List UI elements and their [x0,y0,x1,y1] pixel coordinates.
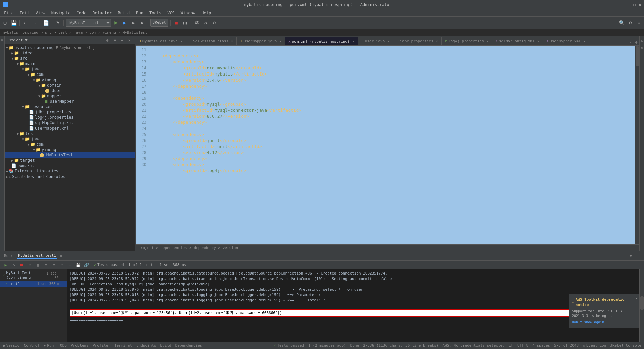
stop-test-btn[interactable]: ⏹ [19,262,25,268]
bigdata-tab[interactable]: B [639,52,644,58]
sdk-btn[interactable]: ⚙ [211,19,218,27]
settings-btn[interactable]: ⚙ [627,19,634,27]
run-test-btn[interactable]: ▶ [3,262,9,268]
menu-refactor[interactable]: Refactor [90,10,114,16]
next-fail-btn[interactable]: ↓ [67,262,73,268]
minimize-panel-icon[interactable]: − [635,253,641,259]
tab-mybatistest-run[interactable]: MyBatisTest.test1 [17,253,58,259]
tree-item-yimeng[interactable]: ▼ 📁 yimeng [5,77,135,83]
menu-run[interactable]: Run [133,10,146,16]
tab-log4j[interactable]: P log4j.properties ✕ [442,37,492,45]
tab-close-user[interactable]: ✕ [387,39,389,43]
build-btn[interactable]: 🛠 [193,19,201,27]
tree-item-main[interactable]: ▼ 📁 main [5,61,135,66]
tree-item-yimeng-test[interactable]: ▼ 📁 yimeng [5,147,135,152]
indent-status[interactable]: 4 spaces [532,343,550,348]
todo-status[interactable]: TODO [58,343,67,348]
sync-btn[interactable]: ↻ [202,19,209,27]
title-bar-controls[interactable]: — ☐ ✕ [628,2,641,7]
tree-item-user[interactable]: ⬤ User [5,88,135,93]
tab-mybatistest[interactable]: J MyBatisTest.java ✕ [136,37,186,45]
tab-usermapper[interactable]: J UserMapper.java ✕ [237,37,285,45]
menu-window[interactable]: Window [178,10,198,16]
tab-close-log4j[interactable]: ✕ [487,39,489,43]
aws-close-btn[interactable]: ✕ [635,296,638,301]
project-expand-icon[interactable]: ≡ [112,37,118,43]
rerun-btn[interactable]: ↻ [11,262,17,268]
tree-item-pom[interactable]: 📄 pom.xml [5,163,135,168]
menu-file[interactable]: File [1,10,16,16]
run-status[interactable]: ▶ Run [44,343,54,348]
tree-item-mapper[interactable]: ▼ 📁 mapper [5,93,135,99]
menu-code[interactable]: Code [74,10,89,16]
tree-item-target[interactable]: ▶ 📁 target [5,158,135,163]
terminal-status[interactable]: Terminal [114,343,132,348]
tree-item-idea[interactable]: ▶ 📁 .idea [5,50,135,56]
tree-item-test[interactable]: ▼ 📁 test [5,131,135,136]
tree-item-com[interactable]: ▼ 📁 com [5,72,135,77]
aws-status[interactable]: AWS: No credentials selected [442,343,504,348]
tab-close-sqlmapconfig[interactable]: ✕ [537,39,539,43]
settings-icon[interactable]: ⚙ [628,253,634,259]
run-button[interactable]: ▶ [112,19,120,27]
tree-item-java-main[interactable]: ▼ 📁 java [5,66,135,72]
dependencies-status[interactable]: Dependencies [175,343,202,348]
database-tab[interactable]: D [639,45,644,51]
toolbar-bookmark-btn[interactable]: ⚑ [54,19,61,27]
tab-pom[interactable]: X pom.xml (mybatis-nospring) ✕ [285,37,358,45]
test-tree-test1[interactable]: ✓ test1 1 sec 368 ms [0,281,67,287]
tab-jdbc[interactable]: P jdbc.properties ✕ [393,37,441,45]
code-content[interactable]: <dependencies> <dependency> <groupId>org… [149,46,635,244]
sort-tests-btn[interactable]: ↕ [27,262,33,268]
tab-sqlsession[interactable]: C SqlSession.class ✕ [186,37,237,45]
tree-item-scratches[interactable]: ▶ ✏ Scratches and Consoles [5,174,135,179]
tree-item-sqlmapconfig[interactable]: 📄 sqlMapConfig.xml [5,120,135,126]
project-tab[interactable]: P [0,36,5,43]
tests-passed-status[interactable]: ✓ Tests passed: 1 (2 minutes ago) [274,343,346,348]
tab-overflow-btn[interactable]: ⋮ [627,39,633,45]
profile-btn[interactable]: ▶ [139,19,146,27]
tree-item-ext-libs[interactable]: ▶ 📚 External Libraries [5,168,135,174]
tab-close-jdbc[interactable]: ✕ [436,39,438,43]
maven-tab[interactable]: M [639,38,644,44]
jrebel-console-btn[interactable]: JRebel Console [610,343,641,348]
line-status[interactable]: 575 of 2048 [554,343,579,348]
profiler-status[interactable]: Profiler [93,343,110,348]
dont-show-link[interactable]: Don't show again [572,320,636,325]
tab-close-usermapper[interactable]: ✕ [279,39,281,43]
console-scrollbar-thumb[interactable] [640,296,644,310]
editor-content[interactable]: 11 12 13 14 15 16 17 18 19 20 21 22 23 2… [136,46,639,251]
tree-item-com-test[interactable]: ▼ 📁 com [5,142,135,147]
scrollbar-thumb[interactable] [636,46,639,66]
run-config-dropdown[interactable]: MyBatisTest.test1 [66,19,111,27]
tab-close-run[interactable]: ✕ [60,254,62,258]
tab-user[interactable]: J User.java ✕ [358,37,393,45]
build-status[interactable]: Build [160,343,171,348]
notifications-btn[interactable]: ✉ [635,19,643,27]
menu-navigate[interactable]: Navigate [49,10,73,16]
expand-all-btn[interactable]: ≡ [43,262,49,268]
tree-item-jdbc-props[interactable]: 📄 jdbc.properties [5,109,135,115]
tab-close-sqlsession[interactable]: ✕ [231,39,233,43]
menu-edit[interactable]: Edit [17,10,32,16]
tab-run-label[interactable]: Run: [3,253,14,259]
tab-sqlmapconfig[interactable]: X sqlMapConfig.xml ✕ [492,37,543,45]
tab-close-pom[interactable]: ✕ [353,40,355,43]
maximize-button[interactable]: ☐ [633,2,636,7]
toolbar-recent-files-btn[interactable]: 📄 [42,19,50,27]
project-close-icon[interactable]: ✕ [126,37,132,43]
stop-btn[interactable]: ■ [173,19,180,27]
minimize-button[interactable]: — [628,2,630,7]
filter-tests-btn[interactable]: ▩ [35,262,41,268]
tab-close-usermapper-xml[interactable]: ✕ [584,39,586,43]
menu-tools[interactable]: Tools [147,10,164,16]
debug-button[interactable]: ▶ [121,19,128,27]
lf-status[interactable]: LF [509,343,513,348]
menu-help[interactable]: Help [199,10,214,16]
coverage-btn[interactable]: ▶ [130,19,137,27]
event-log-btn[interactable]: ✉ Event Log [583,343,606,348]
version-control-status[interactable]: ● Version Control [3,343,40,348]
tree-item-domain[interactable]: ▼ 📁 domain [5,83,135,88]
pause-btn[interactable]: ▮▮ [181,19,189,27]
tab-usermapper-xml[interactable]: X UserMapper.xml ✕ [543,37,589,45]
